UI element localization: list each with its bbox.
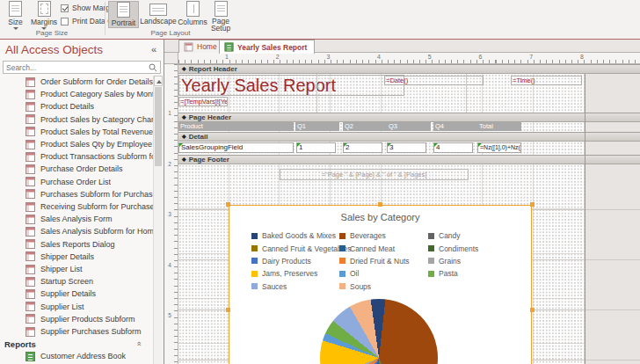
detail-value-textbox[interactable]: 3 — [387, 142, 426, 153]
nav-item-form[interactable]: Product Details — [0, 100, 153, 113]
control-boundary-line — [466, 74, 467, 113]
nav-item-form[interactable]: Product Sales by Category Chart — [0, 113, 153, 126]
date-expression-textbox[interactable]: =Date() — [384, 76, 484, 85]
horizontal-ruler[interactable]: 12345678 — [178, 53, 640, 64]
nav-item-form[interactable]: Sales Analysis Subform for Home Chart — [0, 225, 153, 237]
nav-item-form[interactable]: Supplier Purchases Subform — [0, 325, 153, 338]
checkbox-unchecked-icon — [61, 18, 69, 25]
sales-by-category-chart[interactable]: Sales by Category Baked Goods & MixesBev… — [229, 205, 532, 364]
section-bar-detail[interactable]: ◆Detail — [178, 132, 640, 142]
nav-item-form[interactable]: Purchase Order List — [0, 176, 153, 188]
checkbox-checked-icon — [61, 4, 69, 12]
document-tab-bar: Home Yearly Sales Report — [164, 40, 640, 53]
resize-handle[interactable] — [530, 308, 535, 312]
nav-item-form[interactable]: Order Subform for Order Details — [0, 76, 153, 88]
search-input[interactable] — [6, 62, 147, 73]
nav-item-form[interactable]: Product Sales Qty by Employee Chart — [0, 138, 153, 150]
nav-item-form[interactable]: Receiving Subform for Purchase Order Det… — [0, 200, 153, 213]
nav-item-form[interactable]: Shipper List — [0, 263, 153, 275]
form-icon — [25, 77, 35, 87]
ruler-corner-selector[interactable] — [164, 53, 178, 64]
ruler-mark: 2 — [164, 161, 175, 167]
landscape-button[interactable]: Landscape — [140, 1, 177, 25]
column-header-label[interactable]: Q4 — [433, 122, 477, 131]
total-expression-textbox[interactable]: =Nz([1],0)+Nz( — [477, 142, 521, 153]
tab-yearly-sales-report[interactable]: Yearly Sales Report — [219, 40, 315, 54]
control-boundary-line — [316, 74, 317, 113]
section-bar-page-footer[interactable]: ◆Page Footer — [178, 155, 640, 164]
report-title-textbox[interactable]: Yearly Sales Report — [178, 75, 404, 96]
form-icon — [25, 265, 35, 274]
form-icon — [25, 202, 35, 212]
column-header-label[interactable]: Total — [477, 122, 521, 131]
resize-handle[interactable] — [378, 202, 382, 207]
margins-button[interactable]: Margins — [29, 1, 59, 30]
detail-value-textbox[interactable]: 4 — [433, 142, 473, 153]
scrollbar-thumb[interactable] — [155, 87, 162, 166]
search-box — [3, 61, 161, 74]
nav-item-form[interactable]: Shipper Details — [0, 251, 153, 263]
form-icon — [25, 189, 35, 199]
nav-item-form[interactable]: Purchase Order Details — [0, 163, 153, 175]
year-expression-textbox[interactable]: =[TempVars]![Year] — [178, 97, 228, 106]
nav-item-report[interactable]: Customer Address Book — [0, 350, 153, 362]
resize-handle[interactable] — [226, 308, 230, 312]
nav-item-form[interactable]: Startup Screen — [0, 275, 153, 288]
detail-value-textbox[interactable]: 2 — [343, 142, 382, 153]
collapse-group-icon[interactable]: » — [134, 342, 142, 346]
section-bar-page-header[interactable]: ◆Page Header — [178, 113, 640, 122]
form-icon — [25, 251, 35, 261]
column-header-label[interactable]: Q1 — [295, 122, 339, 131]
resize-handle[interactable] — [530, 202, 535, 207]
nav-item-form[interactable]: Supplier Details — [0, 288, 153, 300]
portrait-button[interactable]: Portrait — [108, 1, 139, 28]
nav-item-form[interactable]: Supplier List — [0, 301, 153, 313]
columns-button[interactable]: Columns — [178, 1, 207, 26]
page-layout-group-label: Page Layout — [108, 29, 233, 37]
nav-scrollbar[interactable] — [153, 76, 163, 364]
detail-value-textbox[interactable]: 1 — [296, 142, 336, 153]
legend-swatch — [339, 258, 345, 264]
column-header-label[interactable]: Product — [178, 122, 294, 131]
section-selector-icon: ◆ — [182, 113, 186, 121]
nav-item-form[interactable]: Product Sales by Total Revenue Chart — [0, 126, 153, 138]
nav-item-form[interactable]: Supplier Products Subform — [0, 313, 153, 325]
page-setup-button[interactable]: PageSetup — [208, 1, 233, 32]
time-expression-textbox[interactable]: =Time() — [511, 76, 582, 85]
ruler-mark: 6 — [479, 54, 483, 60]
report-icon — [25, 352, 35, 361]
legend-item: Baked Goods & Mixes — [251, 229, 339, 242]
vertical-ruler[interactable]: 12345 — [164, 64, 178, 364]
form-icon — [25, 152, 35, 162]
nav-item-form[interactable]: Product Category Sales by Month — [0, 88, 153, 100]
grouping-field-textbox[interactable]: SalesGroupingField — [178, 142, 294, 153]
nav-item-form[interactable]: Purchases Subform for Purchase Order Det… — [0, 188, 153, 200]
form-icon — [25, 302, 35, 311]
nav-item-form[interactable]: Sales Reports Dialog — [0, 238, 153, 251]
shutter-close-icon[interactable]: « — [151, 44, 156, 55]
section-selector-icon: ◆ — [182, 133, 186, 141]
nav-item-form[interactable]: Product Transactions Subform for Product… — [0, 150, 153, 163]
section-selector-icon: ◆ — [182, 156, 186, 164]
legend-swatch — [339, 271, 345, 277]
section-bar-report-header[interactable]: ◆Report Header — [178, 64, 640, 74]
ruler-mark: 2 — [276, 54, 280, 60]
size-button[interactable]: Size — [4, 1, 27, 30]
column-header-label[interactable]: Q2 — [343, 122, 387, 131]
report-icon — [225, 43, 234, 52]
legend-item: Oil — [339, 267, 428, 280]
ruler-mark: 5 — [164, 312, 175, 318]
page-number-textbox[interactable]: ="Page " & [Page] & " of " & [Pages] — [280, 169, 469, 180]
resize-handle[interactable] — [226, 202, 230, 207]
column-header-label[interactable]: Q3 — [387, 122, 431, 131]
chart-title: Sales by Category — [229, 212, 531, 222]
object-list: Order Subform for Order DetailsProduct C… — [0, 76, 164, 364]
nav-item-form[interactable]: Sales Analysis Form — [0, 213, 153, 225]
legend-swatch — [251, 271, 258, 277]
form-icon — [25, 140, 35, 149]
nav-group-header-reports[interactable]: Reports» — [0, 338, 153, 350]
tab-home[interactable]: Home — [178, 40, 225, 53]
legend-swatch — [251, 245, 258, 251]
scroll-up-icon[interactable] — [154, 76, 163, 86]
search-icon[interactable] — [149, 63, 157, 72]
